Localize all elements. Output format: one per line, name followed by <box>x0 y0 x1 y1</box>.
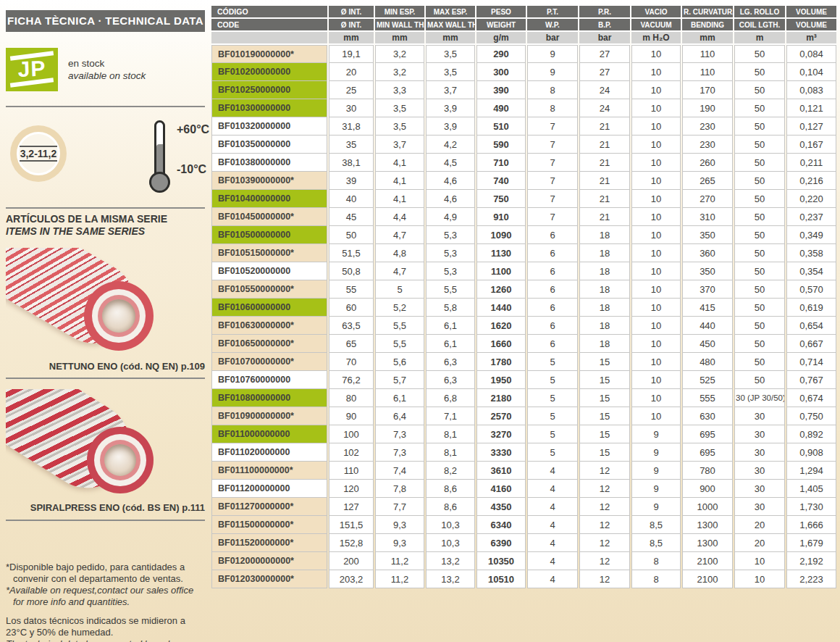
value-cell: 10 <box>631 335 681 353</box>
value-cell: 30 <box>734 480 785 498</box>
value-cell: 10 <box>631 317 681 335</box>
value-cell: 21 <box>579 190 630 208</box>
value-cell: 6 <box>527 226 578 244</box>
value-cell: 5 <box>527 425 578 443</box>
value-cell: 10 <box>631 208 681 226</box>
hose-photo-nettuno <box>6 248 205 358</box>
value-cell: 1620 <box>476 317 526 335</box>
value-cell: 370 <box>682 280 733 299</box>
value-cell: 50 <box>734 280 785 299</box>
value-cell: 18 <box>579 317 630 335</box>
value-cell: 4,5 <box>426 154 475 172</box>
properties-row: 3,2-11,2 +60°C -10°C <box>6 107 205 201</box>
page-title: FICHA TÈCNICA · TECHNICAL DATA <box>6 10 205 32</box>
value-cell: 1,666 <box>786 516 836 534</box>
table-row: BF010500000000504,75,3109061810350500,34… <box>211 226 836 244</box>
value-cell: 8 <box>631 552 681 570</box>
value-cell: 170 <box>682 81 733 99</box>
value-cell: 18 <box>579 335 630 353</box>
value-cell: 5,3 <box>426 226 475 244</box>
value-cell: 15 <box>579 353 630 371</box>
value-cell: 10 <box>631 136 681 154</box>
value-cell: 15 <box>579 371 630 389</box>
column-header--int-: Ø INT. <box>329 6 374 19</box>
code-cell: BF010320000000 <box>211 117 327 136</box>
value-cell: 50 <box>734 99 785 117</box>
value-cell: 695 <box>682 425 733 443</box>
value-cell: 4,6 <box>426 172 475 190</box>
product-caption-nettuno: NETTUNO ENO (cód. NQ EN) p.109 <box>6 361 205 372</box>
value-cell: 8 <box>527 99 578 117</box>
column-header-min-wall-th-: MIN ESP. <box>375 6 424 19</box>
divider <box>6 520 205 521</box>
value-cell: 152,8 <box>329 534 374 552</box>
value-cell: 5,5 <box>426 280 475 299</box>
value-cell: 9,3 <box>375 534 424 552</box>
value-cell: 1090 <box>476 226 526 244</box>
value-cell: 21 <box>579 172 630 190</box>
code-cell: BF010250000000 <box>211 81 327 99</box>
value-cell: 5 <box>527 407 578 425</box>
value-cell: 31,8 <box>329 117 374 136</box>
value-cell: 27 <box>579 63 630 81</box>
value-cell: 7,3 <box>375 443 424 462</box>
value-cell: 1,730 <box>786 498 836 516</box>
value-cell: 0,216 <box>786 172 836 190</box>
value-cell: 4 <box>527 534 578 552</box>
column-header-vacuum: m H₂O <box>631 32 681 45</box>
value-cell: 2,223 <box>786 570 836 588</box>
value-cell: 1,294 <box>786 462 836 480</box>
value-cell: 7 <box>527 117 578 136</box>
value-cell: 9 <box>527 63 578 81</box>
series-title: ARTÍCULOS DE LA MISMA SERIE ITEMS IN THE… <box>6 213 205 238</box>
value-cell: 30 <box>734 425 785 443</box>
value-cell: 20 <box>734 534 785 552</box>
value-cell: 7,3 <box>375 425 424 443</box>
column-header-weight: g/m <box>476 32 526 45</box>
value-cell: 15 <box>579 389 630 407</box>
table-row: BF010390000000*394,14,674072110265500,21… <box>211 172 836 190</box>
value-cell: 4,1 <box>375 154 424 172</box>
value-cell: 525 <box>682 371 733 389</box>
diameter-range-badge: 3,2-11,2 <box>10 125 67 182</box>
table-row: BF01032000000031,83,53,951072110230500,1… <box>211 117 836 136</box>
value-cell: 2100 <box>682 570 733 588</box>
code-cell: BF011520000000* <box>211 534 327 552</box>
value-cell: 3,5 <box>375 99 424 117</box>
footnotes: *Disponible bajo pedido, para cantidades… <box>6 562 205 642</box>
value-cell: 310 <box>682 208 733 226</box>
value-cell: 4,8 <box>375 244 424 262</box>
value-cell: 21 <box>579 154 630 172</box>
column-header-w-p-: bar <box>527 32 578 45</box>
value-cell: 24 <box>579 81 630 99</box>
value-cell: 30 <box>329 99 374 117</box>
value-cell: 0,084 <box>786 45 836 63</box>
table-body: BF010190000000*19,13,23,529092710110500,… <box>211 45 836 588</box>
header-row-en: CODEØ INT.MIN WALL TH.MAX WALL TH.WEIGHT… <box>211 19 836 32</box>
value-cell: 3,5 <box>375 117 424 136</box>
value-cell: 50 <box>734 299 785 317</box>
value-cell: 6 <box>527 262 578 280</box>
value-cell: 3,9 <box>426 99 475 117</box>
table-row: BF010400000000404,14,675072110270500,220 <box>211 190 836 208</box>
value-cell: 6,3 <box>426 371 475 389</box>
column-header-bending: mm <box>682 32 733 45</box>
series-title-es: ARTÍCULOS DE LA MISMA SERIE <box>6 213 205 225</box>
table-row: BF010630000000*63,55,56,1162061810440500… <box>211 317 836 335</box>
code-cell: BF010630000000* <box>211 317 327 335</box>
column-header-max-wall-th-: MAX WALL TH. <box>426 19 475 32</box>
value-cell: 10350 <box>476 552 526 570</box>
value-cell: 3,9 <box>426 117 475 136</box>
value-cell: 4,9 <box>426 208 475 226</box>
value-cell: 4 <box>527 462 578 480</box>
value-cell: 76,2 <box>329 371 374 389</box>
value-cell: 51,5 <box>329 244 374 262</box>
value-cell: 35 <box>329 136 374 154</box>
table-row: BF010800000000806,16,821805151055530 (JP… <box>211 389 836 407</box>
value-cell: 780 <box>682 462 733 480</box>
divider <box>6 378 205 379</box>
table-row: BF010900000000*906,47,1257051510630300,7… <box>211 407 836 425</box>
footnote-request-en: *Available on request,contact our sales … <box>6 585 205 608</box>
value-cell: 10 <box>631 172 681 190</box>
table-header: CÓDIGOØ INT.MIN ESP.MAX ESP.PESOP.T.P.R.… <box>211 6 836 45</box>
